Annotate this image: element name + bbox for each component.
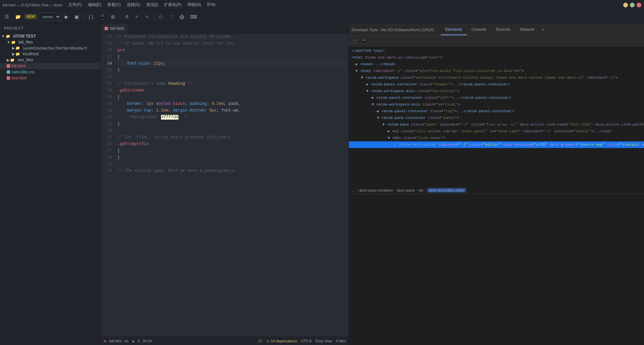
breadcrumb-atom-pane[interactable]: atom-pane <box>397 188 415 192</box>
breadcrumb-atom-text-editor[interactable]: atom-text-editor.editor <box>427 188 466 193</box>
folder-open[interactable]: 📁 <box>13 13 23 21</box>
tree-fall-html[interactable]: fall.html <box>0 63 100 69</box>
folder-icon-2: 📁 <box>11 40 16 45</box>
status-deprecations[interactable]: ⚠ 14 deprecations <box>266 339 297 343</box>
shrink-button[interactable]: ⤡ <box>143 13 151 21</box>
device-button[interactable]: 📱 <box>97 13 107 21</box>
dom-line-panel-top[interactable]: ▶ <atom-panel-container class="top">...<… <box>349 108 644 115</box>
breadcrumb-atom-pane-container[interactable]: atom-pane-container <box>359 188 393 192</box>
folder-icon: 📁 <box>6 34 10 39</box>
heart-button[interactable]: ♡ <box>167 13 175 21</box>
format-button[interactable]: { } <box>87 13 95 21</box>
play-button[interactable]: ▶ <box>63 13 70 21</box>
code-line-31: * of space. We try to use smaller fonts … <box>117 40 346 47</box>
dom-line-axis-vert[interactable]: ▼ <atom-workspace-axis class="vertical"> <box>349 101 644 108</box>
ln-43: 43 <box>103 121 112 127</box>
dom-line-ul[interactable]: ▶ <ul class="list-inline tab-bar inset-p… <box>349 128 644 135</box>
devtools-tab-network[interactable]: Network <box>515 24 539 35</box>
dom-line-panel-header[interactable]: ▶ <atom-panel-container class="header">.… <box>349 81 644 88</box>
breadcrumb-bar: … › atom-pane-container › atom-pane › di… <box>349 187 644 194</box>
close-button[interactable]: × <box>637 3 641 7</box>
tab-label: fall.html <box>110 26 124 31</box>
menu-items: 文件(F) 编辑(E) 查看(V) 选择(S) 查找(I) 扩展包(P) 帮助(… <box>66 1 218 8</box>
tree-fall-files[interactable]: ▼ 📁 fall_files <box>0 39 100 45</box>
devtools-panel: Developer Tools - file:///D:/Software/At… <box>349 23 644 345</box>
ln-48: 48 <box>103 154 112 161</box>
dom-tree[interactable]: <!DOCTYPE html> <html theme-one-dark-ui-… <box>349 46 644 187</box>
tree-see-files[interactable]: ▶ 📁 see_files <box>0 57 100 63</box>
html-icon-see <box>7 76 10 80</box>
minimize-button[interactable]: ─ <box>623 3 628 7</box>
maximize-button[interactable]: □ <box>630 3 635 7</box>
grid-button[interactable]: ⊞ <box>109 13 117 21</box>
see-files-label: see_files <box>17 58 33 62</box>
ln-37: 37 <box>103 80 112 87</box>
dom-line-panel-left[interactable]: ▶ <atom-panel-container class="left">...… <box>349 94 644 101</box>
expand-arrow-icon-2: ▶ <box>12 46 15 50</box>
menu-select[interactable]: 选择(S) <box>124 1 143 8</box>
devtools-tab-console[interactable]: Console <box>467 24 491 35</box>
code-line-38: .gddictname <box>117 87 346 94</box>
tree-file-id[interactable]: ▶ 📁 1ec6931bc0de70e179472a7450c45e7f <box>0 45 100 51</box>
menu-emp[interactable]: Emp <box>205 1 218 8</box>
menu-packages[interactable]: 扩展包(P) <box>161 1 184 8</box>
dom-line-body[interactable]: ▼ <body tabindex="-1" class="platform-wi… <box>349 68 644 74</box>
ln-47: 47 <box>103 147 112 154</box>
code-content[interactable]: /* Plaintext dictionaries are usually 80… <box>115 33 348 337</box>
status-utf8: UTF-8 <box>301 339 312 343</box>
terminal-button[interactable]: ▣ <box>72 13 81 21</box>
expand-button[interactable]: ⤢ <box>133 13 141 21</box>
tree-root[interactable]: ▼ 📁 ATOM TEST <box>0 33 100 39</box>
dom-line-item-views[interactable]: ▼ <div class="item-views"> <box>349 135 644 141</box>
breadcrumb-div[interactable]: div <box>419 188 423 192</box>
menu-edit[interactable]: 编辑(E) <box>85 1 104 8</box>
project-selector[interactable]: (none) <box>39 13 61 21</box>
inspect-element-btn[interactable]: ⬚ <box>352 38 359 45</box>
power-button[interactable]: ⏻ <box>177 13 186 21</box>
menu-file[interactable]: 文件(F) <box>66 1 84 8</box>
code-editor-area: fall.html 30 31 32 33 34 35 36 37 38 <box>101 23 348 345</box>
code-line-39: { <box>117 94 346 100</box>
code-line-43: } <box>117 121 346 127</box>
tree-oalecd8e-css[interactable]: oalecd8e.css <box>0 69 100 75</box>
devtools-tab-sources[interactable]: Sources <box>491 24 515 35</box>
menu-help[interactable]: 帮助(H) <box>185 1 204 8</box>
dom-line-panes[interactable]: ▼ <atom-pane-container class="panes"> <box>349 115 644 121</box>
breadcrumb-dots: … <box>352 188 355 192</box>
code-editor[interactable]: 30 31 32 33 34 35 36 37 38 39 40 41 42 4… <box>101 33 348 337</box>
code-line-45: /* The 'From ' string which precedes dic… <box>117 134 346 141</box>
code-line-48: } <box>117 154 346 161</box>
menu-find[interactable]: 查找(I) <box>144 1 161 8</box>
dom-line-axis-horiz[interactable]: ▼ <atom-workspace-axis class="horizontal… <box>349 88 644 94</box>
project-panel: Project ▼ 📁 ATOM TEST ▼ 📁 fall_files ▶ 📁… <box>0 23 101 345</box>
status-warnings: 0 <box>138 339 140 343</box>
dom-line-workspace[interactable]: ▼ <atom-workspace class="workspace scrol… <box>349 74 644 81</box>
tree-see-html[interactable]: see.html <box>0 75 100 81</box>
dom-line-doctype[interactable]: <!DOCTYPE html> <box>349 48 644 54</box>
dom-line-atom-text-editor[interactable]: … <atom-text-editor tabindex="-1" class=… <box>349 141 644 148</box>
reload-button[interactable]: ↺ <box>123 13 131 21</box>
dom-line-pane[interactable]: ▼ <atom-pane class="pane" tabindex="-1" … <box>349 121 644 128</box>
devtools-tab-more[interactable]: » <box>539 24 547 35</box>
device-toolbar-btn[interactable]: 📱 <box>360 38 368 45</box>
code-line-49 <box>117 161 346 167</box>
tab-fall-html[interactable]: fall.html <box>101 23 128 33</box>
ln-35: 35 <box>103 67 112 74</box>
github-button[interactable]: ⚇ <box>157 13 165 21</box>
dom-line-head[interactable]: ▶ <head>...</head> <box>349 61 644 68</box>
breadcrumb-sep-3: › <box>416 188 417 192</box>
code-line-44 <box>117 127 346 134</box>
tab-bar: fall.html <box>101 23 348 33</box>
new-file[interactable]: NEW <box>25 14 37 19</box>
tree-localhost[interactable]: ▶ 📁 localhost <box>0 51 100 57</box>
ln-40: 40 <box>103 100 112 107</box>
tree-view-toggle[interactable]: ☰ <box>3 13 11 21</box>
ln-36: 36 <box>103 74 112 80</box>
keyboard-button[interactable]: ⌨ <box>188 13 199 21</box>
menu-view[interactable]: 查看(V) <box>105 1 123 8</box>
ln-45: 45 <box>103 134 112 141</box>
devtools-tab-elements[interactable]: Elements <box>441 24 467 35</box>
dom-line-html[interactable]: <html theme-one-dark-ui-tabsizing="even"… <box>349 54 644 61</box>
status-files: 0 files <box>336 339 346 343</box>
status-position: 34:19 <box>143 339 152 343</box>
